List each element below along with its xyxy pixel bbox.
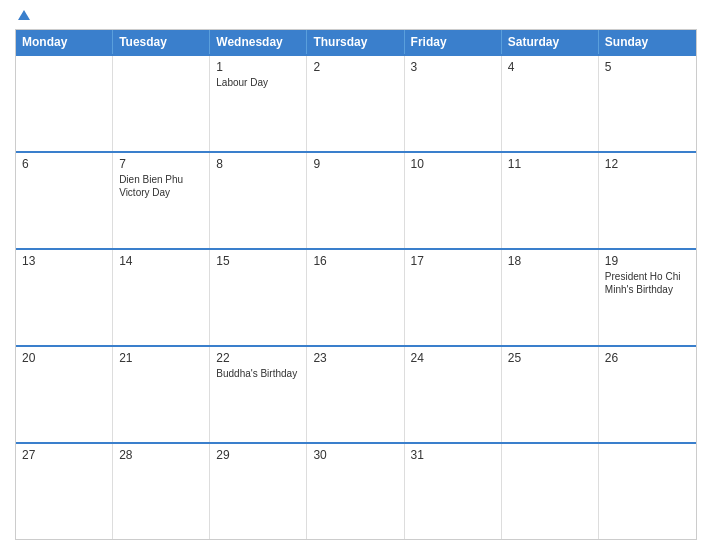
day-number: 25 xyxy=(508,351,592,365)
day-number: 26 xyxy=(605,351,690,365)
week-row-3: 13141516171819President Ho Chi Minh's Bi… xyxy=(16,248,696,345)
day-event: Labour Day xyxy=(216,76,300,89)
day-cell: 7Dien Bien Phu Victory Day xyxy=(113,153,210,248)
day-number: 1 xyxy=(216,60,300,74)
logo-triangle-icon xyxy=(18,10,30,20)
day-number: 7 xyxy=(119,157,203,171)
day-header-tuesday: Tuesday xyxy=(113,30,210,54)
day-cell: 14 xyxy=(113,250,210,345)
day-number: 21 xyxy=(119,351,203,365)
day-cell: 4 xyxy=(502,56,599,151)
day-cell: 17 xyxy=(405,250,502,345)
day-cell: 28 xyxy=(113,444,210,539)
day-number: 24 xyxy=(411,351,495,365)
day-number: 10 xyxy=(411,157,495,171)
day-number: 30 xyxy=(313,448,397,462)
day-cell: 3 xyxy=(405,56,502,151)
day-headers-row: MondayTuesdayWednesdayThursdayFridaySatu… xyxy=(16,30,696,54)
day-cell: 13 xyxy=(16,250,113,345)
day-cell: 24 xyxy=(405,347,502,442)
day-cell: 6 xyxy=(16,153,113,248)
day-cell: 20 xyxy=(16,347,113,442)
day-event: Dien Bien Phu Victory Day xyxy=(119,173,203,199)
day-number: 3 xyxy=(411,60,495,74)
day-header-monday: Monday xyxy=(16,30,113,54)
week-row-5: 2728293031 xyxy=(16,442,696,539)
day-cell: 1Labour Day xyxy=(210,56,307,151)
header xyxy=(15,10,697,21)
day-cell: 29 xyxy=(210,444,307,539)
day-cell: 21 xyxy=(113,347,210,442)
day-number: 2 xyxy=(313,60,397,74)
day-cell: 31 xyxy=(405,444,502,539)
day-cell: 25 xyxy=(502,347,599,442)
day-cell xyxy=(113,56,210,151)
day-cell: 2 xyxy=(307,56,404,151)
day-cell xyxy=(16,56,113,151)
day-cell: 23 xyxy=(307,347,404,442)
calendar-grid: MondayTuesdayWednesdayThursdayFridaySatu… xyxy=(15,29,697,540)
day-cell xyxy=(502,444,599,539)
day-cell: 9 xyxy=(307,153,404,248)
day-cell: 19President Ho Chi Minh's Birthday xyxy=(599,250,696,345)
day-cell xyxy=(599,444,696,539)
day-number: 23 xyxy=(313,351,397,365)
day-number: 5 xyxy=(605,60,690,74)
day-number: 11 xyxy=(508,157,592,171)
day-event: President Ho Chi Minh's Birthday xyxy=(605,270,690,296)
day-number: 22 xyxy=(216,351,300,365)
day-number: 15 xyxy=(216,254,300,268)
day-header-thursday: Thursday xyxy=(307,30,404,54)
weeks-container: 1Labour Day234567Dien Bien Phu Victory D… xyxy=(16,54,696,539)
day-cell: 26 xyxy=(599,347,696,442)
day-number: 14 xyxy=(119,254,203,268)
day-number: 8 xyxy=(216,157,300,171)
day-number: 31 xyxy=(411,448,495,462)
week-row-1: 1Labour Day2345 xyxy=(16,54,696,151)
day-cell: 15 xyxy=(210,250,307,345)
day-cell: 22Buddha's Birthday xyxy=(210,347,307,442)
day-number: 19 xyxy=(605,254,690,268)
day-number: 17 xyxy=(411,254,495,268)
day-number: 29 xyxy=(216,448,300,462)
day-cell: 8 xyxy=(210,153,307,248)
day-header-saturday: Saturday xyxy=(502,30,599,54)
week-row-4: 202122Buddha's Birthday23242526 xyxy=(16,345,696,442)
day-number: 4 xyxy=(508,60,592,74)
day-cell: 10 xyxy=(405,153,502,248)
day-cell: 18 xyxy=(502,250,599,345)
day-header-friday: Friday xyxy=(405,30,502,54)
day-header-wednesday: Wednesday xyxy=(210,30,307,54)
day-number: 6 xyxy=(22,157,106,171)
week-row-2: 67Dien Bien Phu Victory Day89101112 xyxy=(16,151,696,248)
day-number: 18 xyxy=(508,254,592,268)
day-number: 28 xyxy=(119,448,203,462)
day-number: 27 xyxy=(22,448,106,462)
day-cell: 12 xyxy=(599,153,696,248)
day-cell: 30 xyxy=(307,444,404,539)
day-number: 16 xyxy=(313,254,397,268)
day-cell: 16 xyxy=(307,250,404,345)
day-number: 9 xyxy=(313,157,397,171)
calendar-container: MondayTuesdayWednesdayThursdayFridaySatu… xyxy=(0,0,712,550)
day-cell: 27 xyxy=(16,444,113,539)
day-cell: 11 xyxy=(502,153,599,248)
day-number: 13 xyxy=(22,254,106,268)
day-header-sunday: Sunday xyxy=(599,30,696,54)
day-event: Buddha's Birthday xyxy=(216,367,300,380)
logo xyxy=(15,10,30,21)
day-number: 12 xyxy=(605,157,690,171)
day-number: 20 xyxy=(22,351,106,365)
day-cell: 5 xyxy=(599,56,696,151)
